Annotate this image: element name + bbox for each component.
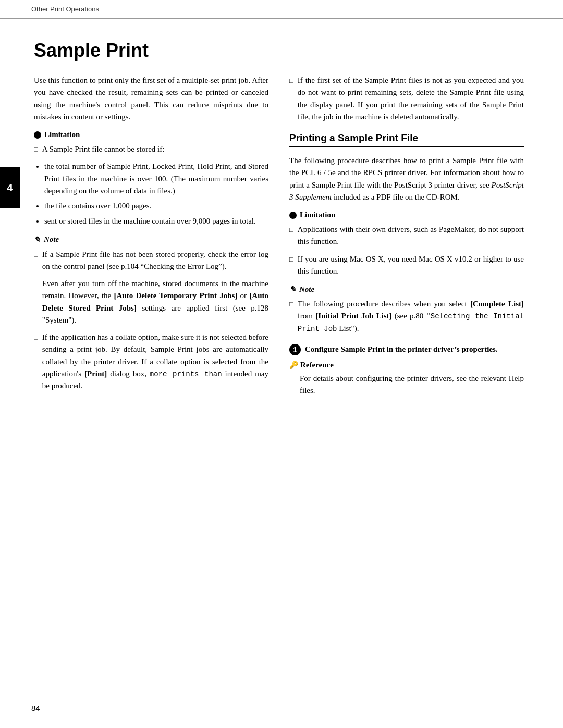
checkbox-symbol: □	[34, 144, 38, 155]
checkbox-symbol-3: □	[34, 332, 38, 343]
bullet-item-2: the file contains over 1,000 pages.	[44, 200, 268, 212]
r-checkbox-1: □	[289, 225, 293, 235]
bullet-item-3: sent or stored files in the machine cont…	[44, 215, 268, 227]
key-icon: 🔑	[289, 361, 298, 369]
step-1-number: 1	[289, 344, 301, 355]
right-note-icon: ✎	[289, 285, 296, 294]
r-note-checkbox-1: □	[289, 299, 293, 310]
right-intro-paragraph: The following procedure describes how to…	[289, 155, 524, 203]
right-note-text-1: The following procedure describes when y…	[298, 298, 524, 335]
note-item-1: □ If a Sample Print file has not been st…	[34, 249, 268, 273]
limitation-label: Limitation	[44, 130, 80, 139]
note-icon: ✎	[34, 235, 41, 244]
right-limitation-heading: Limitation	[289, 211, 524, 219]
section-heading: Printing a Sample Print File	[289, 132, 524, 147]
breadcrumb-text: Other Print Operations	[31, 5, 99, 13]
right-limitation-item-1: □ Applications with their own drivers, s…	[289, 224, 524, 248]
bullet-item-1: the total number of Sample Print, Locked…	[44, 161, 268, 197]
chapter-number: 4	[7, 182, 13, 194]
note-item-3: □ If the application has a collate optio…	[34, 331, 268, 392]
right-limitation-text-1: Applications with their own drivers, suc…	[298, 224, 524, 248]
limitation-bullet-list: the total number of Sample Print, Locked…	[44, 161, 268, 227]
reference-section: 🔑 Reference For details about configurin…	[289, 361, 524, 397]
limitation-intro-text: A Sample Print file cannot be stored if:	[42, 143, 165, 155]
note-item-1-text: If a Sample Print file has not been stor…	[42, 249, 268, 273]
note-label-text: Note	[44, 235, 59, 244]
extra-note-text: If the first set of the Sample Print fil…	[298, 75, 524, 123]
intro-paragraph: Use this function to print only the firs…	[34, 75, 268, 123]
right-limitation-item-2: □ If you are using Mac OS X, you need Ma…	[289, 253, 524, 278]
reference-label-text: Reference	[300, 361, 334, 369]
reference-text: For details about configuring the printe…	[300, 373, 524, 397]
note-item-3-text: If the application has a collate option,…	[42, 331, 268, 392]
right-limitation-label: Limitation	[300, 211, 335, 219]
step-1-text: Configure Sample Print in the printer dr…	[305, 343, 524, 355]
left-column: Use this function to print only the firs…	[34, 75, 268, 398]
page-container: Other Print Operations 4 Sample Print Us…	[0, 0, 563, 728]
note-section: ✎ Note □ If a Sample Print file has not …	[34, 235, 268, 392]
right-note-item-1: □ The following procedure describes when…	[289, 298, 524, 335]
content-area: Sample Print Use this function to print …	[0, 19, 563, 418]
page-title: Sample Print	[34, 40, 532, 61]
limitation-intro-item: □ A Sample Print file cannot be stored i…	[34, 143, 268, 155]
note-item-2-text: Even after you turn off the machine, sto…	[42, 278, 268, 326]
note-item-2: □ Even after you turn off the machine, s…	[34, 278, 268, 326]
right-limitation-bullet-icon	[289, 212, 297, 219]
checkbox-symbol-2: □	[34, 279, 38, 289]
step-1-container: 1 Configure Sample Print in the printer …	[289, 343, 524, 355]
chapter-tab: 4	[0, 167, 20, 208]
checkbox-symbol-1: □	[34, 250, 38, 260]
note-label: ✎ Note	[34, 235, 268, 244]
checkbox-symbol-extra: □	[289, 76, 293, 86]
right-note-section: ✎ Note □ The following procedure describ…	[289, 285, 524, 335]
page-number: 84	[31, 704, 40, 712]
extra-note-item: □ If the first set of the Sample Print f…	[289, 75, 524, 123]
limitation-heading: Limitation	[34, 130, 268, 139]
two-column-layout: Use this function to print only the firs…	[34, 75, 532, 398]
limitation-bullet-icon	[34, 131, 41, 139]
right-note-label: ✎ Note	[289, 285, 524, 294]
right-limitation-text-2: If you are using Mac OS X, you need Mac …	[298, 253, 524, 278]
right-column: □ If the first set of the Sample Print f…	[289, 75, 524, 398]
r-checkbox-2: □	[289, 254, 293, 265]
reference-label: 🔑 Reference	[289, 361, 524, 369]
right-note-label-text: Note	[299, 285, 314, 294]
breadcrumb: Other Print Operations	[0, 0, 563, 19]
